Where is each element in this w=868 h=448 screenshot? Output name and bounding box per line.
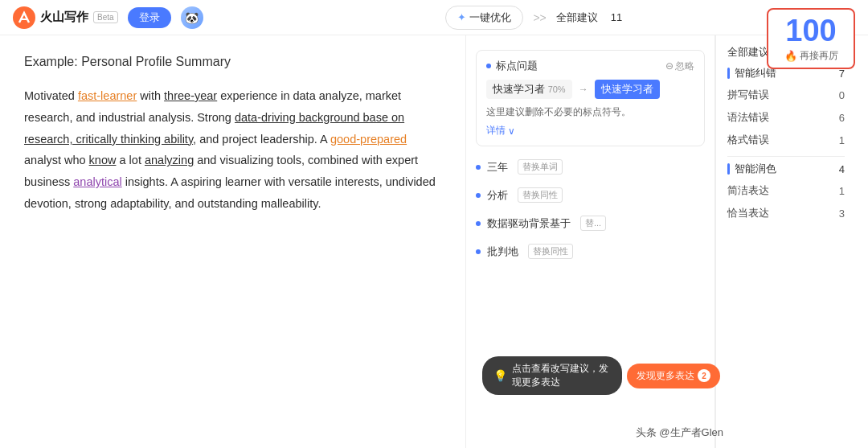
dot-icon <box>476 193 481 198</box>
arrow-icon: → <box>579 84 588 95</box>
watermark: 头条 @生产者Glen <box>636 425 723 440</box>
card-description: 这里建议删除不必要的标点符号。 <box>486 105 694 119</box>
avatar: 🐼 <box>181 6 203 29</box>
score-box: 100 🔥 再接再厉 <box>767 8 855 69</box>
watermark-text: 头条 @生产者Glen <box>636 425 723 440</box>
right-item-grammar[interactable]: 语法错误 6 <box>727 106 845 129</box>
discover-count: 2 <box>698 369 710 382</box>
score-number: 100 <box>785 14 836 48</box>
header: 火山写作 Beta 登录 🐼 ✦ 一键优化 >> 全部建议 11 <box>0 0 868 35</box>
suggestions-label: 全部建议 <box>556 10 598 25</box>
dot-icon <box>486 64 491 68</box>
list-item[interactable]: 三年 替换单词 <box>466 153 714 181</box>
highlight-analyzing[interactable]: analyzing <box>145 154 194 166</box>
doc-content: Motivated fast-learner with three-year e… <box>24 85 441 215</box>
highlight-three-year[interactable]: three-year <box>164 89 217 102</box>
section-title: 智能润色 <box>735 162 776 176</box>
optimize-label: 一键优化 <box>469 10 511 25</box>
star-icon: ✦ <box>457 11 466 23</box>
tooltip-bar: 💡 点击查看改写建议，发现更多表达 发现更多表达 2 <box>474 353 723 398</box>
main: Example: Personal Profile Summary Motiva… <box>0 35 868 448</box>
item-count: 1 <box>839 185 845 197</box>
item-count: 1 <box>839 134 845 146</box>
card-header: 标点问题 ⊖ 忽略 <box>486 59 694 73</box>
section-count: 4 <box>839 163 845 175</box>
item-text: 三年 <box>487 160 508 175</box>
highlight-analytical[interactable]: analytical <box>73 175 121 188</box>
optimize-button[interactable]: ✦ 一键优化 <box>445 6 523 30</box>
detail-label: 详情 <box>486 124 506 138</box>
highlight-good-prepared[interactable]: good-prepared <box>330 133 407 146</box>
section-bar <box>727 68 730 79</box>
word-original: 快速学习者 70% <box>486 80 572 99</box>
discover-button[interactable]: 发现更多表达 2 <box>627 364 720 388</box>
card-title-text: 标点问题 <box>496 59 538 73</box>
fire-icon: 🔥 <box>784 50 797 62</box>
more-icon: >> <box>533 11 546 24</box>
item-text: 数据驱动背景基于 <box>487 216 571 231</box>
editor-area: Example: Personal Profile Summary Motiva… <box>0 35 466 448</box>
item-left: 格式错误 <box>727 133 769 147</box>
section-bar <box>727 163 730 175</box>
tooltip-text: 点击查看改写建议，发现更多表达 <box>512 362 611 389</box>
lightbulb-icon: 💡 <box>493 369 507 382</box>
card-detail-button[interactable]: 详情 ∨ <box>486 124 694 138</box>
item-count: 0 <box>839 89 845 101</box>
right-item-format[interactable]: 格式错误 1 <box>727 129 845 151</box>
right-panel: 全部建议 11 智能纠错 7 拼写错误 0 语法错误 6 格式错误 <box>715 35 856 448</box>
right-section-polish: 智能润色 4 <box>727 162 845 176</box>
svg-point-0 <box>13 6 35 29</box>
highlight-know[interactable]: know <box>89 154 117 166</box>
logo-icon <box>13 6 35 29</box>
item-label: 语法错误 <box>727 110 769 125</box>
item-text: 批判地 <box>487 245 518 259</box>
ignore-label: 忽略 <box>675 60 694 73</box>
login-button[interactable]: 登录 <box>128 7 171 28</box>
replace-badge: 替换单词 <box>518 159 563 175</box>
replace-badge: 替换同性 <box>518 187 563 203</box>
item-label: 简洁表达 <box>727 183 769 198</box>
item-count: 3 <box>839 208 845 220</box>
word-comparison: 快速学习者 70% → 快速学习者 <box>486 80 694 99</box>
item-text: 分析 <box>487 188 508 203</box>
item-left: 拼写错误 <box>727 88 769 102</box>
item-left: 语法错误 <box>727 110 769 125</box>
dot-icon <box>476 249 481 254</box>
card-title: 标点问题 <box>486 59 538 73</box>
list-item[interactable]: 分析 替换同性 <box>466 181 714 209</box>
replace-badge: 替... <box>580 216 606 231</box>
beta-badge: Beta <box>93 11 118 23</box>
tooltip-content: 💡 点击查看改写建议，发现更多表达 <box>482 356 622 395</box>
dot-icon <box>476 165 481 170</box>
list-item[interactable]: 批判地 替换同性 <box>466 237 714 265</box>
highlight-fast-learner[interactable]: fast-learner <box>78 89 137 102</box>
dot-icon <box>476 221 481 226</box>
logo-area: 火山写作 Beta <box>13 6 118 29</box>
right-item-concise[interactable]: 简洁表达 1 <box>727 179 845 202</box>
right-all-label: 全部建议 <box>727 45 769 60</box>
ignore-button[interactable]: ⊖ 忽略 <box>665 60 694 73</box>
doc-title: Example: Personal Profile Summary <box>24 55 441 69</box>
right-item-appropriate[interactable]: 恰当表达 3 <box>727 202 845 224</box>
replace-badge: 替换同性 <box>528 244 573 259</box>
item-left: 恰当表达 <box>727 206 769 220</box>
item-count: 6 <box>839 112 845 124</box>
discover-label: 发现更多表达 <box>637 369 694 383</box>
logo-text: 火山写作 <box>40 10 88 25</box>
divider <box>727 156 845 157</box>
item-label: 恰当表达 <box>727 206 769 220</box>
chevron-down-icon: ∨ <box>508 125 515 137</box>
word-suggested[interactable]: 快速学习者 <box>595 80 660 99</box>
item-label: 格式错误 <box>727 133 769 147</box>
score-label-text: 再接再厉 <box>800 49 838 63</box>
header-center: ✦ 一键优化 >> 全部建议 11 <box>213 6 855 30</box>
score-label: 🔥 再接再厉 <box>784 49 838 63</box>
suggestion-card-1: 标点问题 ⊖ 忽略 快速学习者 70% → 快速学习者 这里建议删除不必要的标点… <box>476 50 705 146</box>
item-left: 简洁表达 <box>727 183 769 198</box>
suggestions-count: 11 <box>611 11 622 23</box>
thinking-text: thinking ability <box>121 133 193 146</box>
ignore-icon: ⊖ <box>665 60 674 72</box>
list-item[interactable]: 数据驱动背景基于 替... <box>466 209 714 237</box>
item-label: 拼写错误 <box>727 88 769 102</box>
right-item-spelling[interactable]: 拼写错误 0 <box>727 84 845 106</box>
